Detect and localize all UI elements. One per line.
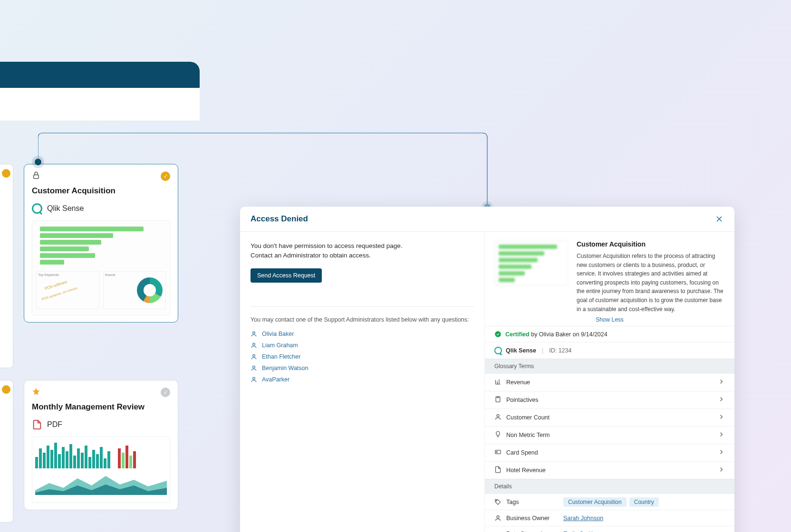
card-title: Monthly Management Review	[32, 402, 170, 412]
admin-list: Olivia BakerLiam GrahamEthan FletcherBen…	[251, 331, 474, 383]
svg-point-2	[253, 343, 255, 346]
user-icon	[251, 331, 257, 337]
tag-chip[interactable]: Customer Acquisition	[563, 497, 627, 507]
glossary-row[interactable]: Customer Count	[485, 408, 734, 426]
glossary-header: Glossary Terms	[485, 359, 734, 373]
business-owner-row: Business Owner Sarah Johnson	[485, 510, 734, 526]
chevron-right-icon	[718, 378, 725, 387]
card-customer-acquisition[interactable]: ✓ Customer Acquisition Qlik Sense Top Ke…	[24, 164, 178, 323]
check-circle-icon	[494, 331, 502, 338]
glossary-row[interactable]: Non Metric Term	[485, 426, 734, 444]
svg-point-8	[497, 415, 499, 417]
svg-point-3	[253, 355, 255, 357]
admin-link[interactable]: Olivia Baker	[262, 331, 294, 337]
certified-badge-icon	[2, 385, 10, 394]
tag-icon	[494, 498, 502, 505]
admin-link[interactable]: Liam Graham	[262, 342, 298, 349]
glossary-label: Customer Count	[506, 414, 550, 421]
card-monthly-review[interactable]: ✓ Monthly Management Review PDF	[24, 380, 178, 510]
user-icon	[251, 376, 257, 383]
deny-message: You don't have permission to access requ…	[251, 241, 474, 261]
certified-row: Certified by Olivia Baker on 9/14/2024	[485, 326, 734, 342]
admin-item: Olivia Baker	[251, 331, 474, 337]
glossary-label: Pointactives	[506, 397, 538, 403]
business-owner-link[interactable]: Sarah Johnson	[563, 515, 603, 522]
connector-start-dot	[35, 159, 41, 165]
chart-thumbnail: Top Keywords POS software POS systems dm…	[32, 220, 170, 315]
modal-right-pane: Customer Acquisition Customer Acquisitio…	[485, 232, 734, 532]
chevron-right-icon	[718, 431, 725, 439]
svg-point-1	[253, 332, 255, 334]
glossary-icon	[494, 466, 502, 475]
svg-point-11	[496, 500, 497, 501]
user-icon	[251, 353, 257, 360]
source-row: Qlik Sense | ID: 1234	[485, 342, 734, 359]
blurred-thumbnail	[494, 240, 568, 285]
app-window	[0, 62, 200, 121]
details-header: Details	[485, 479, 734, 494]
chart-thumbnail	[32, 437, 170, 503]
description-title: Customer Acquisition	[577, 240, 725, 248]
user-icon	[251, 342, 257, 349]
card-title: Customer Acquisition	[32, 186, 170, 196]
svg-point-6	[495, 331, 501, 337]
glossary-label: Non Metric Term	[506, 432, 550, 438]
source-label: PDF	[47, 420, 62, 429]
admin-item: Benjamin Watson	[251, 365, 474, 371]
data-steward-row: Data Steward Emily Smith	[485, 526, 734, 532]
source-label: Qlik Sense	[47, 204, 84, 213]
tags-row: Tags Customer AcquisitionCountry	[485, 494, 734, 510]
donut-chart-icon	[137, 277, 163, 303]
svg-point-5	[253, 378, 255, 380]
close-button[interactable]	[714, 214, 724, 224]
certified-badge-icon	[2, 169, 10, 178]
app-toolbar	[0, 88, 200, 121]
modal-title: Access Denied	[251, 214, 308, 224]
chevron-right-icon	[718, 396, 725, 404]
previous-card-peek	[0, 164, 13, 368]
source-panel: Source	[103, 271, 166, 309]
qlik-icon	[32, 203, 42, 214]
pdf-icon	[32, 419, 42, 430]
divider	[251, 306, 474, 307]
app-titlebar	[0, 62, 200, 88]
svg-rect-0	[34, 175, 39, 179]
user-icon	[494, 514, 502, 522]
admin-link[interactable]: Benjamin Watson	[262, 365, 309, 371]
svg-point-12	[497, 516, 499, 518]
svg-rect-7	[496, 397, 500, 402]
glossary-icon	[494, 448, 502, 457]
send-access-request-button[interactable]: Send Access Request	[251, 268, 322, 283]
glossary-row[interactable]: Revenue	[485, 373, 734, 391]
glossary-icon	[494, 378, 502, 387]
glossary-icon	[494, 396, 502, 404]
lock-icon	[32, 171, 40, 181]
modal-left-pane: You don't have permission to access requ…	[240, 232, 485, 532]
glossary-row[interactable]: Pointactives	[485, 391, 734, 408]
user-icon	[251, 365, 257, 371]
svg-point-4	[253, 366, 255, 369]
admin-item: Ethan Fletcher	[251, 353, 474, 360]
admin-item: Liam Graham	[251, 342, 474, 349]
description-text: Customer Acquisition refers to the proce…	[577, 252, 725, 314]
chevron-right-icon	[718, 448, 725, 457]
glossary-label: Revenue	[506, 379, 530, 386]
glossary-label: Hotel Revenue	[506, 467, 546, 474]
card-source: PDF	[32, 419, 170, 430]
admin-link[interactable]: AvaParker	[262, 376, 289, 383]
admin-item: AvaParker	[251, 376, 474, 383]
certified-badge-icon: ✓	[161, 171, 170, 181]
glossary-label: Card Spend	[506, 449, 538, 456]
chevron-right-icon	[718, 466, 725, 475]
qlik-icon	[494, 347, 502, 354]
tag-chip[interactable]: Country	[629, 497, 659, 507]
chevron-right-icon	[718, 413, 725, 422]
show-less-link[interactable]: Show Less	[485, 314, 734, 326]
previous-card-peek-2	[0, 380, 13, 522]
glossary-row[interactable]: Hotel Revenue	[485, 461, 734, 479]
glossary-icon	[494, 431, 502, 439]
admin-link[interactable]: Ethan Fletcher	[262, 353, 300, 360]
access-denied-modal: Access Denied You don't have permission …	[240, 207, 734, 532]
glossary-row[interactable]: Card Spend	[485, 444, 734, 461]
card-source: Qlik Sense	[32, 203, 170, 214]
